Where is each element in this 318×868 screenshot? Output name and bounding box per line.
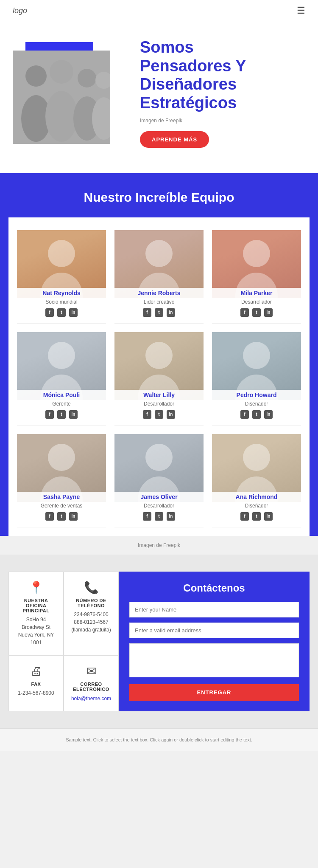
facebook-icon[interactable]: f xyxy=(240,410,249,419)
contact-info-grid: 📍 NUESTRA OFICINA PRINCIPAL SoHo 94 Broa… xyxy=(8,572,119,711)
member-name: Mónica Pouli xyxy=(21,392,102,398)
svg-point-29 xyxy=(48,444,75,471)
team-member-photo: Ana Richmond xyxy=(212,434,301,502)
twitter-icon[interactable]: t xyxy=(155,512,163,521)
team-member-photo: Nat Reynolds xyxy=(17,230,106,298)
svg-point-20 xyxy=(48,342,75,369)
member-name: Jennie Roberts xyxy=(119,290,199,296)
hero-cta-button[interactable]: APRENDE MÁS xyxy=(140,131,209,148)
contact-card-icon: 📞 xyxy=(70,581,112,595)
instagram-icon[interactable]: in xyxy=(264,410,273,419)
member-role: Gerente de ventas xyxy=(17,503,106,509)
contact-submit-button[interactable]: ENTREGAR xyxy=(129,684,299,701)
team-member-photo: Pedro Howard xyxy=(212,332,301,400)
twitter-icon[interactable]: t xyxy=(57,512,66,521)
hero-section: Somos Pensadores Y Diseñadores Estratégi… xyxy=(0,21,318,173)
facebook-icon[interactable]: f xyxy=(45,512,54,521)
facebook-icon[interactable]: f xyxy=(240,308,249,317)
svg-rect-9 xyxy=(13,51,110,144)
instagram-icon[interactable]: in xyxy=(264,308,273,317)
team-section-title: Nuestro Increíble Equipo xyxy=(0,190,318,205)
contact-card-title: NÚMERO DE TELÉFONO xyxy=(70,598,112,608)
facebook-icon[interactable]: f xyxy=(45,308,54,317)
svg-point-35 xyxy=(243,444,270,471)
team-grid: Nat Reynolds Socio mundial f t in Jennie… xyxy=(17,230,301,527)
team-card: Pedro Howard Diseñador f t in xyxy=(212,332,301,426)
instagram-icon[interactable]: in xyxy=(167,512,175,521)
twitter-icon[interactable]: t xyxy=(155,410,163,419)
team-member-photo: James Oliver xyxy=(114,434,204,502)
contact-email-input[interactable] xyxy=(129,623,299,638)
team-grid-wrapper: Nat Reynolds Socio mundial f t in Jennie… xyxy=(8,217,310,536)
twitter-icon[interactable]: t xyxy=(57,410,66,419)
twitter-icon[interactable]: t xyxy=(252,410,261,419)
contact-name-input[interactable] xyxy=(129,602,299,617)
instagram-icon[interactable]: in xyxy=(264,512,273,521)
social-icons: f t in xyxy=(17,410,106,419)
twitter-icon[interactable]: t xyxy=(155,308,163,317)
site-header: logo ☰ xyxy=(0,0,318,21)
team-card: Sasha Payne Gerente de ventas f t in xyxy=(17,434,106,527)
instagram-icon[interactable]: in xyxy=(167,308,175,317)
instagram-icon[interactable]: in xyxy=(69,308,78,317)
facebook-icon[interactable]: f xyxy=(45,410,54,419)
contact-info-card: 📞 NÚMERO DE TELÉFONO 234-9876-5400888-01… xyxy=(64,572,119,656)
name-tag: Nat Reynolds xyxy=(17,288,106,298)
svg-point-23 xyxy=(145,342,173,369)
name-tag: Mónica Pouli xyxy=(17,390,106,400)
contact-card-title: NUESTRA OFICINA PRINCIPAL xyxy=(15,598,57,613)
team-card: Mónica Pouli Gerente f t in xyxy=(17,332,106,426)
member-role: Diseñador xyxy=(212,401,301,407)
member-name: Mila Parker xyxy=(216,290,297,296)
contact-card-icon: 🖨 xyxy=(15,664,57,678)
team-member-photo: Jennie Roberts xyxy=(114,230,204,298)
contact-message-textarea[interactable] xyxy=(129,643,299,677)
facebook-icon[interactable]: f xyxy=(143,308,151,317)
team-member-photo: Sasha Payne xyxy=(17,434,106,502)
social-icons: f t in xyxy=(212,410,301,419)
hero-image-block xyxy=(13,42,123,144)
member-role: Gerente xyxy=(17,401,106,407)
contact-form-wrapper: Contáctenos ENTREGAR xyxy=(119,572,310,711)
contact-card-title: CORREO ELECTRÓNICO xyxy=(70,682,112,692)
svg-point-14 xyxy=(145,240,173,267)
contact-card-text: 234-9876-5400888-0123-4567 (llamada grat… xyxy=(70,611,112,634)
instagram-icon[interactable]: in xyxy=(69,512,78,521)
social-icons: f t in xyxy=(114,512,204,521)
contact-card-text: SoHo 94 Broadway StNueva York, NY 1001 xyxy=(15,616,57,646)
instagram-icon[interactable]: in xyxy=(69,410,78,419)
twitter-icon[interactable]: t xyxy=(252,308,261,317)
facebook-icon[interactable]: f xyxy=(143,512,151,521)
instagram-icon[interactable]: in xyxy=(167,410,175,419)
social-icons: f t in xyxy=(114,308,204,317)
name-tag: Ana Richmond xyxy=(212,492,301,502)
hero-photo xyxy=(13,51,110,144)
team-section: Nuestro Increíble Equipo Nat Reynolds So… xyxy=(0,173,318,555)
svg-point-11 xyxy=(48,240,75,267)
member-name: Pedro Howard xyxy=(216,392,297,398)
team-member-photo: Walter Lilly xyxy=(114,332,204,400)
hamburger-menu[interactable]: ☰ xyxy=(297,5,305,16)
member-role: Líder creativo xyxy=(114,299,204,305)
facebook-icon[interactable]: f xyxy=(240,512,249,521)
member-role: Desarrollador xyxy=(212,299,301,305)
contact-card-icon: 📍 xyxy=(15,581,57,595)
contact-info-card: 📍 NUESTRA OFICINA PRINCIPAL SoHo 94 Broa… xyxy=(8,572,64,656)
twitter-icon[interactable]: t xyxy=(252,512,261,521)
name-tag: Pedro Howard xyxy=(212,390,301,400)
contact-form-title: Contáctenos xyxy=(129,582,299,594)
social-icons: f t in xyxy=(17,308,106,317)
svg-point-32 xyxy=(145,444,173,471)
team-member-photo: Mónica Pouli xyxy=(17,332,106,400)
twitter-icon[interactable]: t xyxy=(57,308,66,317)
member-role: Diseñador xyxy=(212,503,301,509)
contact-info-card: ✉ CORREO ELECTRÓNICO hola@theme.com xyxy=(64,655,119,711)
footer-note-text: Sample text. Click to select the text bo… xyxy=(66,737,252,742)
contact-email-link[interactable]: hola@theme.com xyxy=(71,696,111,702)
social-icons: f t in xyxy=(212,308,301,317)
hero-image-credit: Imagen de Freepik xyxy=(140,118,305,124)
facebook-icon[interactable]: f xyxy=(143,410,151,419)
name-tag: Sasha Payne xyxy=(17,492,106,502)
member-name: Walter Lilly xyxy=(119,392,199,398)
footer: Sample text. Click to select the text bo… xyxy=(0,728,318,751)
